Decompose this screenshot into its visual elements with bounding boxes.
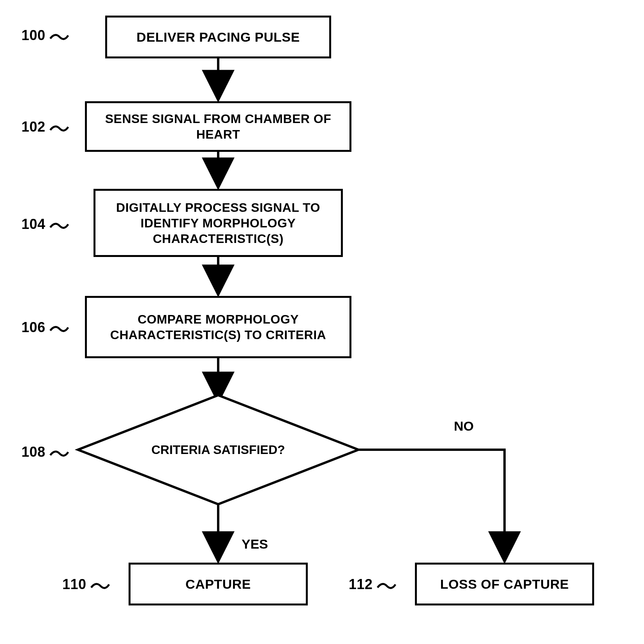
ref-106: 106 xyxy=(21,319,69,336)
edge-label-no: NO xyxy=(454,419,474,434)
ref-110: 110 xyxy=(62,576,110,593)
step-100-box: DELIVER PACING PULSE xyxy=(105,16,331,58)
step-110-box: CAPTURE xyxy=(129,563,308,605)
ref-112-num: 112 xyxy=(349,576,373,592)
ref-102-num: 102 xyxy=(21,119,46,135)
edge-label-yes: YES xyxy=(242,537,268,552)
step-112-text: LOSS OF CAPTURE xyxy=(440,576,569,593)
step-112-box: LOSS OF CAPTURE xyxy=(415,563,594,605)
ref-104-num: 104 xyxy=(21,216,46,232)
decision-108-text: CRITERIA SATISFIED? xyxy=(151,443,285,457)
ref-112: 112 xyxy=(349,576,396,593)
ref-102: 102 xyxy=(21,119,69,135)
ref-106-num: 106 xyxy=(21,319,46,335)
step-104-text: DIGITALLY PROCESS SIGNAL TO IDENTIFY MOR… xyxy=(101,200,335,246)
step-106-text: COMPARE MORPHOLOGY CHARACTERISTIC(S) TO … xyxy=(92,311,344,343)
flowchart-canvas: DELIVER PACING PULSE 100 SENSE SIGNAL FR… xyxy=(0,0,644,644)
ref-104: 104 xyxy=(21,216,69,232)
ref-100: 100 xyxy=(21,27,69,44)
ref-100-num: 100 xyxy=(21,27,46,43)
step-106-box: COMPARE MORPHOLOGY CHARACTERISTIC(S) TO … xyxy=(85,296,351,358)
step-102-box: SENSE SIGNAL FROM CHAMBER OF HEART xyxy=(85,101,351,152)
step-110-text: CAPTURE xyxy=(185,576,251,593)
step-100-text: DELIVER PACING PULSE xyxy=(136,29,300,46)
ref-108: 108 xyxy=(21,444,69,460)
step-102-text: SENSE SIGNAL FROM CHAMBER OF HEART xyxy=(92,111,344,142)
ref-108-num: 108 xyxy=(21,444,46,460)
ref-110-num: 110 xyxy=(62,576,86,592)
decision-108-box: CRITERIA SATISFIED? xyxy=(78,395,358,504)
step-104-box: DIGITALLY PROCESS SIGNAL TO IDENTIFY MOR… xyxy=(94,189,343,257)
